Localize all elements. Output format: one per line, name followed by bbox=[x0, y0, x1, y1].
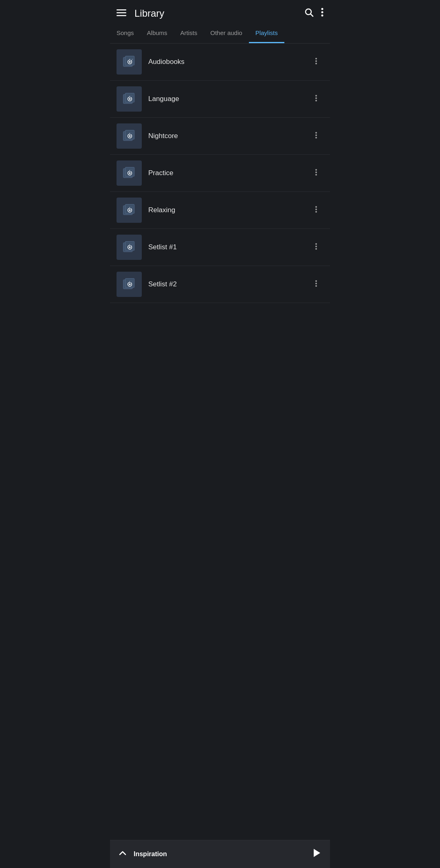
svg-rect-0 bbox=[117, 9, 126, 11]
svg-rect-59 bbox=[130, 244, 132, 245]
svg-point-48 bbox=[129, 209, 131, 211]
svg-rect-32 bbox=[130, 132, 132, 134]
svg-point-71 bbox=[315, 285, 317, 287]
header-actions bbox=[304, 7, 323, 20]
playlist-name: Setlist #2 bbox=[148, 280, 309, 288]
list-item[interactable]: Relaxing bbox=[110, 192, 330, 229]
list-item[interactable]: Audiobooks bbox=[110, 44, 330, 81]
menu-icon[interactable] bbox=[117, 8, 126, 19]
svg-rect-41 bbox=[130, 169, 132, 171]
svg-point-61 bbox=[315, 246, 317, 247]
playlist-thumbnail bbox=[117, 49, 142, 75]
list-item[interactable]: Practice bbox=[110, 155, 330, 192]
search-icon[interactable] bbox=[304, 7, 314, 20]
svg-point-39 bbox=[129, 172, 131, 174]
svg-line-4 bbox=[311, 14, 313, 17]
playlist-name: Nightcore bbox=[148, 132, 309, 140]
playlist-more-button[interactable] bbox=[309, 202, 323, 219]
svg-point-33 bbox=[315, 132, 317, 134]
svg-point-66 bbox=[129, 283, 131, 285]
playlist-more-button[interactable] bbox=[309, 54, 323, 70]
svg-point-43 bbox=[315, 171, 317, 173]
svg-point-30 bbox=[129, 135, 131, 137]
playlist-more-button[interactable] bbox=[309, 239, 323, 256]
svg-point-34 bbox=[315, 134, 317, 136]
playlist-thumbnail bbox=[117, 272, 142, 297]
playlist-name: Language bbox=[148, 95, 309, 103]
svg-point-11 bbox=[129, 61, 131, 63]
tab-songs[interactable]: Songs bbox=[110, 24, 141, 43]
svg-point-53 bbox=[315, 211, 317, 213]
player-expand-icon[interactable] bbox=[118, 849, 127, 860]
playlist-name: Audiobooks bbox=[148, 58, 309, 66]
tab-other-audio[interactable]: Other audio bbox=[204, 24, 249, 43]
svg-point-17 bbox=[315, 63, 317, 64]
svg-point-57 bbox=[129, 246, 131, 248]
more-options-icon[interactable] bbox=[321, 7, 323, 20]
playlist-thumbnail bbox=[117, 86, 142, 112]
svg-marker-72 bbox=[314, 849, 320, 857]
tab-albums[interactable]: Albums bbox=[141, 24, 174, 43]
playlist-thumbnail bbox=[117, 123, 142, 149]
tab-artists[interactable]: Artists bbox=[174, 24, 204, 43]
svg-rect-1 bbox=[117, 12, 126, 13]
svg-point-5 bbox=[321, 8, 323, 10]
playlist-more-button[interactable] bbox=[309, 128, 323, 145]
playlist-list: Audiobooks Language bbox=[110, 44, 330, 303]
tabs-bar: Songs Albums Artists Other audio Playlis… bbox=[110, 24, 330, 44]
playlist-more-button[interactable] bbox=[309, 276, 323, 293]
svg-point-7 bbox=[321, 15, 323, 17]
list-item[interactable]: Setlist #1 bbox=[110, 229, 330, 266]
svg-rect-2 bbox=[117, 15, 126, 16]
list-item[interactable]: Setlist #2 bbox=[110, 266, 330, 303]
svg-point-24 bbox=[315, 95, 317, 97]
svg-point-21 bbox=[129, 98, 131, 100]
playlist-thumbnail bbox=[117, 160, 142, 186]
playlist-more-button[interactable] bbox=[309, 165, 323, 182]
playlist-name: Setlist #1 bbox=[148, 243, 309, 251]
svg-rect-14 bbox=[130, 58, 132, 60]
svg-point-52 bbox=[315, 209, 317, 210]
svg-rect-68 bbox=[130, 281, 132, 282]
playlist-name: Practice bbox=[148, 169, 309, 177]
player-track-name: Inspiration bbox=[134, 850, 311, 858]
svg-point-25 bbox=[315, 97, 317, 99]
svg-point-69 bbox=[315, 280, 317, 282]
svg-point-6 bbox=[321, 11, 323, 13]
playlist-thumbnail bbox=[117, 235, 142, 260]
header: Library bbox=[110, 0, 330, 24]
svg-rect-23 bbox=[130, 95, 132, 97]
tab-playlists[interactable]: Playlists bbox=[249, 24, 284, 43]
list-item[interactable]: Nightcore bbox=[110, 118, 330, 155]
bottom-player-bar[interactable]: Inspiration bbox=[110, 840, 330, 868]
svg-point-70 bbox=[315, 283, 317, 284]
svg-point-26 bbox=[315, 100, 317, 101]
svg-point-51 bbox=[315, 206, 317, 208]
playlist-name: Relaxing bbox=[148, 206, 309, 214]
player-play-button[interactable] bbox=[311, 848, 322, 861]
list-item[interactable]: Language bbox=[110, 81, 330, 118]
svg-point-44 bbox=[315, 174, 317, 176]
playlist-more-button[interactable] bbox=[309, 91, 323, 108]
page-title: Library bbox=[134, 8, 304, 19]
svg-point-15 bbox=[315, 58, 317, 59]
svg-point-16 bbox=[315, 60, 317, 62]
svg-point-35 bbox=[315, 137, 317, 138]
svg-rect-50 bbox=[130, 207, 132, 208]
playlist-thumbnail bbox=[117, 198, 142, 223]
svg-point-42 bbox=[315, 169, 317, 171]
svg-point-60 bbox=[315, 243, 317, 245]
svg-point-62 bbox=[315, 248, 317, 250]
